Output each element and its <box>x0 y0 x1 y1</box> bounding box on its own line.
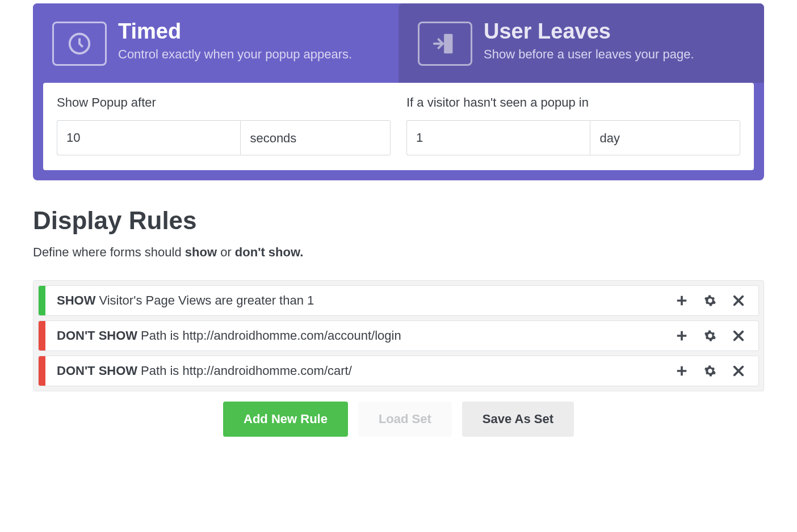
plus-icon[interactable] <box>676 365 688 377</box>
rule-actions <box>670 286 758 315</box>
exit-door-icon <box>418 22 472 66</box>
setting-visitor-seen: If a visitor hasn't seen a popup in day <box>406 95 740 155</box>
display-rules-heading: Display Rules <box>33 206 764 235</box>
rules-button-row: Add New Rule Load Set Save As Set <box>33 402 764 437</box>
rule-action: DON'T SHOW <box>57 328 137 343</box>
close-icon[interactable] <box>732 294 745 307</box>
timed-settings-box: Show Popup after seconds If a visitor ha… <box>43 83 754 170</box>
rule-row: DON'T SHOW Path is http://androidhomme.c… <box>38 356 759 386</box>
rule-text: DON'T SHOW Path is http://androidhomme.c… <box>45 356 670 386</box>
setting-show-after: Show Popup after seconds <box>57 95 391 155</box>
clock-icon <box>52 22 107 66</box>
visitor-seen-label: If a visitor hasn't seen a popup in <box>406 95 740 110</box>
show-after-label: Show Popup after <box>57 95 391 110</box>
close-icon[interactable] <box>732 330 745 342</box>
plus-icon[interactable] <box>676 330 688 342</box>
rule-desc: Path is http://androidhomme.com/account/… <box>141 328 401 343</box>
add-new-rule-button[interactable]: Add New Rule <box>223 402 348 437</box>
tab-timed-text: Timed Control exactly when your popup ap… <box>118 19 352 63</box>
visitor-seen-value-input[interactable] <box>406 120 590 155</box>
sub-strong-show: show <box>185 245 217 259</box>
sub-mid: or <box>217 245 235 259</box>
svg-rect-1 <box>444 34 452 54</box>
load-set-button[interactable]: Load Set <box>358 402 452 437</box>
rule-actions <box>670 321 758 351</box>
display-rules-subtitle: Define where forms should show or don't … <box>33 245 764 260</box>
rule-stripe <box>39 321 45 351</box>
rule-text: SHOW Visitor's Page Views are greater th… <box>45 286 670 315</box>
rules-container: SHOW Visitor's Page Views are greater th… <box>33 280 764 391</box>
rule-stripe <box>39 356 45 386</box>
tab-timed-subtitle: Control exactly when your popup appears. <box>118 46 352 63</box>
rule-action: SHOW <box>57 293 95 308</box>
trigger-tabs-panel: Timed Control exactly when your popup ap… <box>33 3 764 180</box>
gear-icon[interactable] <box>704 330 716 342</box>
gear-icon[interactable] <box>704 365 716 377</box>
tab-user-leaves[interactable]: User Leaves Show before a user leaves yo… <box>398 3 764 83</box>
close-icon[interactable] <box>732 365 745 377</box>
visitor-seen-unit-select[interactable]: day <box>590 120 740 155</box>
tab-timed[interactable]: Timed Control exactly when your popup ap… <box>33 3 398 83</box>
sub-strong-dontshow: don't show. <box>235 245 304 259</box>
rule-desc: Path is http://androidhomme.com/cart/ <box>141 364 352 378</box>
save-as-set-button[interactable]: Save As Set <box>462 402 574 437</box>
tab-user-leaves-title: User Leaves <box>484 19 694 44</box>
tab-user-leaves-subtitle: Show before a user leaves your page. <box>484 46 694 63</box>
trigger-tabs-row: Timed Control exactly when your popup ap… <box>33 3 764 83</box>
rule-row: DON'T SHOW Path is http://androidhomme.c… <box>38 320 759 351</box>
rule-desc: Visitor's Page Views are greater than 1 <box>99 293 314 308</box>
tab-user-leaves-text: User Leaves Show before a user leaves yo… <box>484 19 694 63</box>
show-after-value-input[interactable] <box>57 120 240 155</box>
rule-action: DON'T SHOW <box>57 364 137 378</box>
rule-stripe <box>39 286 45 315</box>
gear-icon[interactable] <box>704 294 716 307</box>
rule-actions <box>670 356 758 386</box>
sub-prefix: Define where forms should <box>33 245 185 259</box>
rule-row: SHOW Visitor's Page Views are greater th… <box>38 285 759 316</box>
rule-text: DON'T SHOW Path is http://androidhomme.c… <box>45 321 670 351</box>
plus-icon[interactable] <box>676 294 688 307</box>
show-after-unit-select[interactable]: seconds <box>240 120 391 155</box>
tab-timed-title: Timed <box>118 19 352 44</box>
